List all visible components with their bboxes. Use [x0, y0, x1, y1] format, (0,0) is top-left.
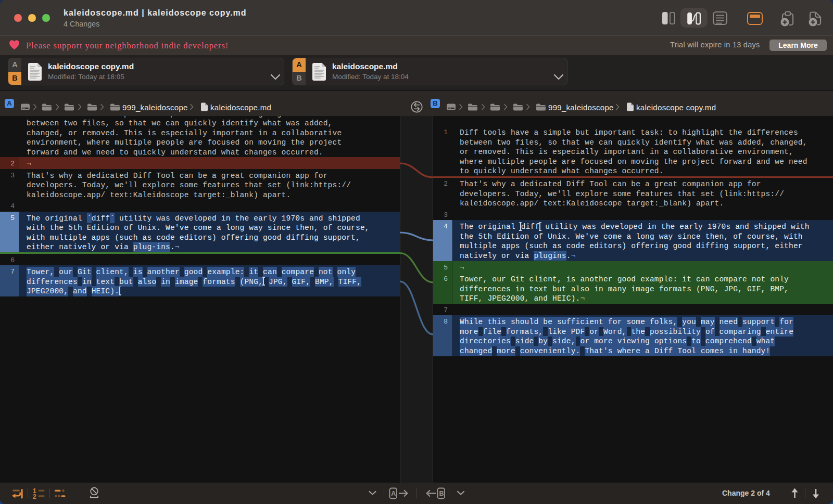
svg-text:B: B [439, 490, 444, 497]
svg-text:A: A [391, 490, 396, 497]
svg-text:2: 2 [33, 493, 36, 500]
